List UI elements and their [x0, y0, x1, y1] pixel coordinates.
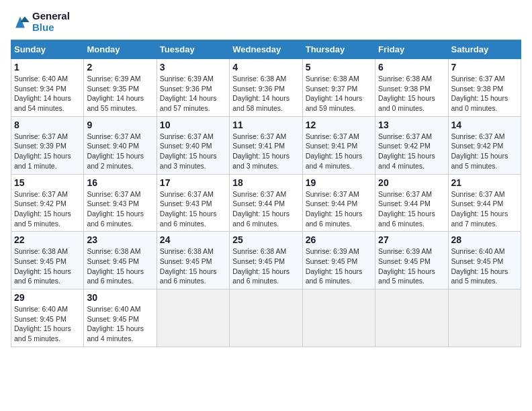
day-number: 19 [306, 177, 372, 188]
calendar-cell: 25Sunrise: 6:38 AM Sunset: 9:45 PM Dayli… [230, 232, 302, 289]
calendar-week-row: 22Sunrise: 6:38 AM Sunset: 9:45 PM Dayli… [11, 232, 521, 289]
weekday-header-friday: Friday [375, 40, 448, 59]
day-number: 12 [306, 120, 372, 130]
calendar-cell: 28Sunrise: 6:40 AM Sunset: 9:45 PM Dayli… [448, 232, 521, 289]
calendar-cell [375, 289, 448, 347]
calendar-cell: 3Sunrise: 6:39 AM Sunset: 9:36 PM Daylig… [157, 59, 229, 117]
calendar-cell: 13Sunrise: 6:37 AM Sunset: 9:42 PM Dayli… [375, 116, 448, 174]
day-info: Sunrise: 6:38 AM Sunset: 9:38 PM Dayligh… [378, 74, 445, 113]
day-number: 7 [451, 62, 518, 73]
calendar-week-row: 8Sunrise: 6:37 AM Sunset: 9:39 PM Daylig… [11, 116, 521, 174]
day-info: Sunrise: 6:37 AM Sunset: 9:40 PM Dayligh… [160, 132, 226, 171]
day-info: Sunrise: 6:37 AM Sunset: 9:44 PM Dayligh… [378, 189, 445, 229]
day-number: 13 [378, 120, 445, 130]
calendar-table: SundayMondayTuesdayWednesdayThursdayFrid… [11, 40, 521, 347]
calendar-cell: 29Sunrise: 6:40 AM Sunset: 9:45 PM Dayli… [11, 289, 84, 347]
day-number: 14 [451, 120, 518, 130]
day-info: Sunrise: 6:40 AM Sunset: 9:45 PM Dayligh… [14, 304, 81, 344]
day-number: 29 [14, 292, 81, 303]
calendar-cell [302, 289, 375, 347]
calendar-cell: 27Sunrise: 6:39 AM Sunset: 9:45 PM Dayli… [375, 232, 448, 289]
day-info: Sunrise: 6:38 AM Sunset: 9:45 PM Dayligh… [160, 246, 226, 286]
calendar-cell [448, 289, 521, 347]
calendar-cell: 12Sunrise: 6:37 AM Sunset: 9:41 PM Dayli… [302, 116, 375, 174]
day-info: Sunrise: 6:39 AM Sunset: 9:36 PM Dayligh… [160, 74, 226, 113]
day-info: Sunrise: 6:38 AM Sunset: 9:36 PM Dayligh… [232, 74, 299, 113]
calendar-cell: 14Sunrise: 6:37 AM Sunset: 9:42 PM Dayli… [448, 116, 521, 174]
day-number: 25 [232, 234, 299, 245]
day-number: 21 [451, 177, 518, 188]
day-info: Sunrise: 6:38 AM Sunset: 9:45 PM Dayligh… [87, 246, 153, 286]
svg-marker-1 [20, 16, 30, 22]
day-number: 11 [232, 120, 299, 130]
calendar-cell: 18Sunrise: 6:37 AM Sunset: 9:44 PM Dayli… [230, 174, 302, 232]
calendar-cell [157, 289, 229, 347]
day-number: 6 [378, 62, 445, 73]
day-number: 27 [378, 234, 445, 245]
day-number: 20 [378, 177, 445, 188]
day-info: Sunrise: 6:37 AM Sunset: 9:41 PM Dayligh… [232, 132, 299, 171]
day-number: 3 [160, 62, 226, 73]
day-info: Sunrise: 6:37 AM Sunset: 9:44 PM Dayligh… [451, 189, 518, 229]
day-info: Sunrise: 6:37 AM Sunset: 9:40 PM Dayligh… [87, 132, 153, 171]
day-info: Sunrise: 6:38 AM Sunset: 9:45 PM Dayligh… [232, 246, 299, 286]
day-number: 17 [160, 177, 226, 188]
calendar-cell: 8Sunrise: 6:37 AM Sunset: 9:39 PM Daylig… [11, 116, 84, 174]
calendar-cell [230, 289, 302, 347]
weekday-header-saturday: Saturday [448, 40, 521, 59]
weekday-header-thursday: Thursday [302, 40, 375, 59]
day-info: Sunrise: 6:37 AM Sunset: 9:42 PM Dayligh… [14, 189, 81, 229]
day-info: Sunrise: 6:37 AM Sunset: 9:41 PM Dayligh… [306, 132, 372, 171]
calendar-cell: 15Sunrise: 6:37 AM Sunset: 9:42 PM Dayli… [11, 174, 84, 232]
day-number: 15 [14, 177, 81, 188]
day-info: Sunrise: 6:39 AM Sunset: 9:35 PM Dayligh… [87, 74, 153, 113]
calendar-cell: 16Sunrise: 6:37 AM Sunset: 9:43 PM Dayli… [84, 174, 157, 232]
day-number: 2 [87, 62, 153, 73]
day-number: 18 [232, 177, 299, 188]
day-number: 1 [14, 62, 81, 73]
calendar-cell: 7Sunrise: 6:37 AM Sunset: 9:38 PM Daylig… [448, 59, 521, 117]
calendar-cell: 17Sunrise: 6:37 AM Sunset: 9:43 PM Dayli… [157, 174, 229, 232]
logo-text-general: General [32, 11, 70, 22]
calendar-cell: 21Sunrise: 6:37 AM Sunset: 9:44 PM Dayli… [448, 174, 521, 232]
day-info: Sunrise: 6:37 AM Sunset: 9:43 PM Dayligh… [87, 189, 153, 229]
day-info: Sunrise: 6:37 AM Sunset: 9:43 PM Dayligh… [160, 189, 226, 229]
day-info: Sunrise: 6:37 AM Sunset: 9:42 PM Dayligh… [451, 132, 518, 171]
calendar-cell: 30Sunrise: 6:40 AM Sunset: 9:45 PM Dayli… [84, 289, 157, 347]
day-info: Sunrise: 6:38 AM Sunset: 9:37 PM Dayligh… [306, 74, 372, 113]
calendar-week-row: 15Sunrise: 6:37 AM Sunset: 9:42 PM Dayli… [11, 174, 521, 232]
weekday-header-row: SundayMondayTuesdayWednesdayThursdayFrid… [11, 40, 521, 59]
weekday-header-tuesday: Tuesday [157, 40, 229, 59]
day-info: Sunrise: 6:37 AM Sunset: 9:42 PM Dayligh… [378, 132, 445, 171]
calendar-cell: 22Sunrise: 6:38 AM Sunset: 9:45 PM Dayli… [11, 232, 84, 289]
day-number: 16 [87, 177, 153, 188]
calendar-cell: 26Sunrise: 6:39 AM Sunset: 9:45 PM Dayli… [302, 232, 375, 289]
calendar-cell: 4Sunrise: 6:38 AM Sunset: 9:36 PM Daylig… [230, 59, 302, 117]
day-info: Sunrise: 6:39 AM Sunset: 9:45 PM Dayligh… [378, 246, 445, 286]
day-number: 10 [160, 120, 226, 130]
day-info: Sunrise: 6:37 AM Sunset: 9:38 PM Dayligh… [451, 74, 518, 113]
day-number: 24 [160, 234, 226, 245]
day-info: Sunrise: 6:39 AM Sunset: 9:45 PM Dayligh… [306, 246, 372, 286]
calendar-cell: 11Sunrise: 6:37 AM Sunset: 9:41 PM Dayli… [230, 116, 302, 174]
logo-icon [11, 14, 30, 30]
calendar-week-row: 1Sunrise: 6:40 AM Sunset: 9:34 PM Daylig… [11, 59, 521, 117]
calendar-cell: 10Sunrise: 6:37 AM Sunset: 9:40 PM Dayli… [157, 116, 229, 174]
calendar-cell: 6Sunrise: 6:38 AM Sunset: 9:38 PM Daylig… [375, 59, 448, 117]
calendar-cell: 24Sunrise: 6:38 AM Sunset: 9:45 PM Dayli… [157, 232, 229, 289]
day-info: Sunrise: 6:37 AM Sunset: 9:44 PM Dayligh… [306, 189, 372, 229]
day-info: Sunrise: 6:40 AM Sunset: 9:45 PM Dayligh… [451, 246, 518, 286]
day-info: Sunrise: 6:40 AM Sunset: 9:45 PM Dayligh… [87, 304, 153, 344]
day-number: 30 [87, 292, 153, 303]
calendar-cell: 5Sunrise: 6:38 AM Sunset: 9:37 PM Daylig… [302, 59, 375, 117]
day-number: 26 [306, 234, 372, 245]
calendar-cell: 1Sunrise: 6:40 AM Sunset: 9:34 PM Daylig… [11, 59, 84, 117]
logo-text-blue: Blue [32, 22, 70, 34]
weekday-header-sunday: Sunday [11, 40, 84, 59]
page-header: General Blue [11, 11, 521, 33]
weekday-header-monday: Monday [84, 40, 157, 59]
day-number: 5 [306, 62, 372, 73]
calendar-cell: 2Sunrise: 6:39 AM Sunset: 9:35 PM Daylig… [84, 59, 157, 117]
calendar-cell: 20Sunrise: 6:37 AM Sunset: 9:44 PM Dayli… [375, 174, 448, 232]
weekday-header-wednesday: Wednesday [230, 40, 302, 59]
